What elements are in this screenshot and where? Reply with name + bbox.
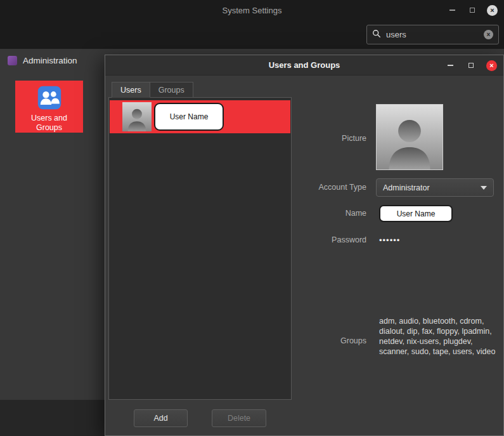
close-icon[interactable]: × [486,60,497,71]
name-label: Name [284,209,366,218]
window-controls: × [446,4,498,16]
sidebar-item-users-and-groups[interactable]: Users and Groups [15,81,83,133]
name-field[interactable]: User Name [379,205,453,222]
password-label: Password [284,235,366,244]
dialog-titlebar[interactable]: Users and Groups × [105,55,503,76]
add-button[interactable]: Add [134,409,188,427]
account-type-dropdown[interactable]: Administrator [376,178,494,197]
user-avatar [122,102,152,131]
screen: System Settings × users × Administration [0,0,504,436]
chevron-down-icon [481,186,487,190]
user-list-row-selected[interactable]: User Name [110,100,290,133]
search-input[interactable]: users × [366,25,499,44]
close-icon[interactable]: × [487,5,498,16]
picture-label: Picture [284,134,366,143]
dialog-title: Users and Groups [105,60,503,70]
users-groups-icon [37,86,61,112]
tab-bar: Users Groups [112,82,193,98]
groups-field[interactable]: adm, audio, bluetooth, cdrom, dialout, d… [379,316,501,357]
search-icon [372,29,381,41]
clear-search-icon[interactable]: × [484,30,493,39]
system-settings-titlebar[interactable]: System Settings × users × [0,0,504,49]
search-value: users [386,30,479,39]
account-type-value: Administrator [383,183,430,192]
password-field[interactable]: •••••• [379,235,400,245]
window-title: System Settings [0,6,504,15]
section-administration: Administration [8,56,77,65]
delete-button[interactable]: Delete [212,409,266,427]
tab-users[interactable]: Users [112,82,150,98]
sidebar-item-label: Users and Groups [23,114,76,133]
section-label: Administration [23,56,77,65]
user-list: User Name [108,97,292,400]
tab-groups[interactable]: Groups [150,82,193,98]
minimize-icon[interactable] [444,60,456,71]
dialog-window-controls: × [444,55,497,76]
picture-button[interactable] [376,104,443,170]
maximize-icon[interactable] [465,60,477,71]
minimize-icon[interactable] [446,4,458,16]
users-groups-dialog: Users and Groups × Users Groups [105,55,504,436]
sidebar-bottom-area [0,400,105,436]
user-name-inline-entry[interactable]: User Name [154,103,224,131]
account-type-label: Account Type [284,183,366,192]
maximize-icon[interactable] [467,4,478,16]
administration-icon [8,56,17,65]
groups-label: Groups [284,336,366,345]
